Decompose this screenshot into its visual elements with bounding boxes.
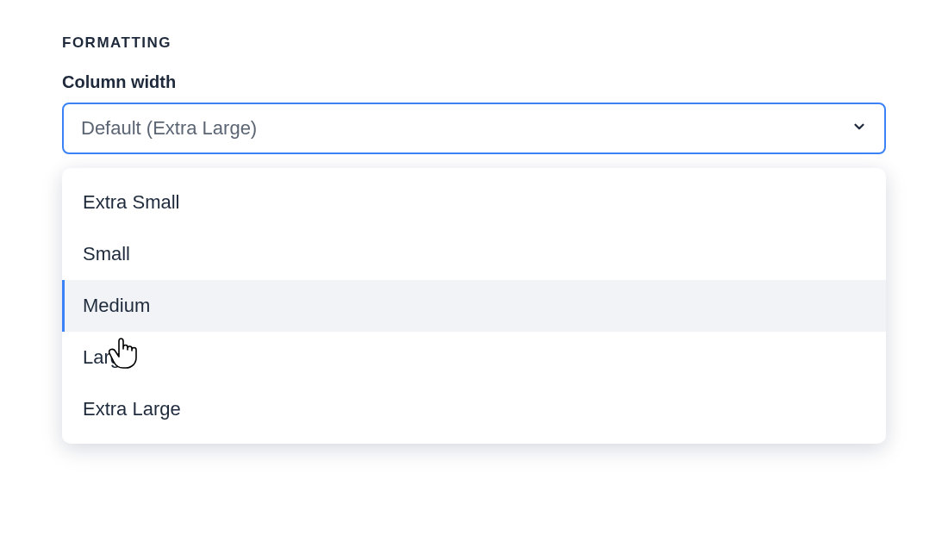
chevron-down-icon <box>851 119 867 138</box>
column-width-label: Column width <box>62 72 886 92</box>
column-width-dropdown: Extra SmallSmallMediumLargeExtra Large <box>62 168 886 444</box>
option-extra-small[interactable]: Extra Small <box>62 177 886 228</box>
option-large[interactable]: Large <box>62 332 886 383</box>
option-small[interactable]: Small <box>62 228 886 280</box>
option-extra-large[interactable]: Extra Large <box>62 383 886 435</box>
section-heading: FORMATTING <box>62 34 886 52</box>
column-width-select[interactable]: Default (Extra Large) <box>62 103 886 154</box>
option-medium[interactable]: Medium <box>62 280 886 332</box>
select-value: Default (Extra Large) <box>81 117 257 140</box>
